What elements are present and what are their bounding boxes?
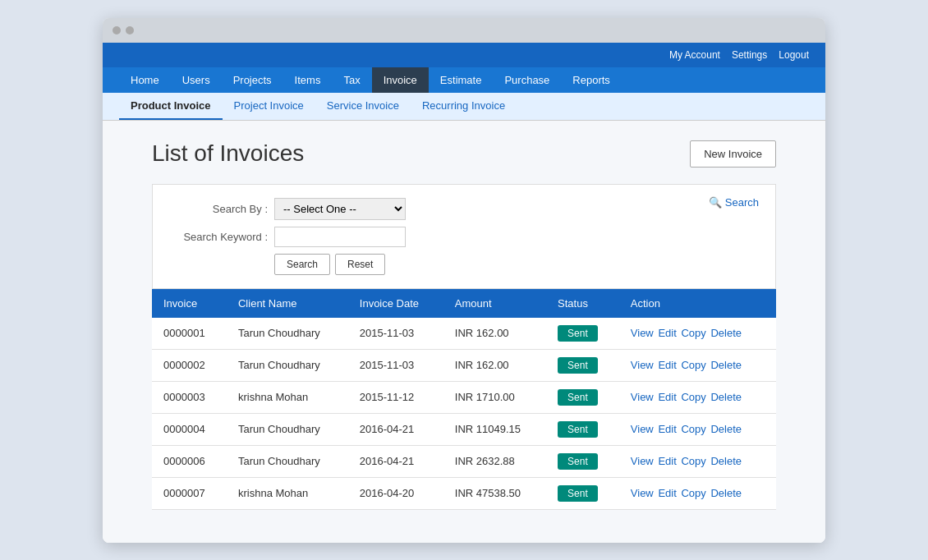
cell-status: Sent: [546, 318, 619, 350]
delete-link[interactable]: Delete: [710, 359, 742, 371]
cell-client-name: Tarun Choudhary: [227, 445, 348, 477]
view-link[interactable]: View: [631, 487, 654, 499]
cell-amount: INR 11049.15: [443, 413, 546, 445]
edit-link[interactable]: Edit: [658, 455, 676, 467]
nav-purchase[interactable]: Purchase: [493, 67, 561, 93]
copy-link[interactable]: Copy: [681, 391, 705, 403]
cell-amount: INR 162.00: [443, 349, 546, 381]
view-link[interactable]: View: [631, 359, 654, 371]
subnav-recurring-invoice[interactable]: Recurring Invoice: [411, 93, 517, 120]
search-by-label: Search By :: [169, 203, 268, 215]
subnav-product-invoice[interactable]: Product Invoice: [119, 93, 223, 120]
table-row: 0000001 Tarun Choudhary 2015-11-03 INR 1…: [152, 318, 776, 350]
copy-link[interactable]: Copy: [681, 327, 705, 339]
table-row: 0000007 krishna Mohan 2016-04-20 INR 475…: [152, 477, 776, 509]
cell-client-name: krishna Mohan: [227, 381, 348, 413]
delete-link[interactable]: Delete: [710, 423, 742, 435]
cell-invoice-date: 2016-04-20: [348, 477, 443, 509]
search-link-label: Search: [725, 196, 759, 209]
delete-link[interactable]: Delete: [710, 327, 742, 339]
search-keyword-input[interactable]: [274, 227, 406, 247]
col-action: Action: [619, 289, 776, 318]
status-badge: Sent: [558, 453, 598, 470]
top-bar: My Account Settings Logout: [103, 43, 825, 67]
delete-link[interactable]: Delete: [710, 487, 742, 499]
cell-invoice-number: 0000004: [152, 413, 227, 445]
nav-estimate[interactable]: Estimate: [429, 67, 494, 93]
table-row: 0000003 krishna Mohan 2015-11-12 INR 171…: [152, 381, 776, 413]
col-amount: Amount: [443, 289, 546, 318]
table-row: 0000006 Tarun Choudhary 2016-04-21 INR 2…: [152, 445, 776, 477]
view-link[interactable]: View: [631, 327, 654, 339]
search-magnifier-icon: 🔍: [709, 196, 722, 209]
edit-link[interactable]: Edit: [658, 423, 676, 435]
browser-dot-1: [113, 26, 121, 34]
search-button[interactable]: Search: [274, 254, 330, 275]
page-title: List of Invoices: [152, 140, 304, 167]
cell-client-name: Tarun Choudhary: [227, 349, 348, 381]
app-container: My Account Settings Logout Home Users Pr…: [103, 43, 825, 543]
status-badge: Sent: [558, 357, 598, 374]
col-client-name: Client Name: [227, 289, 348, 318]
edit-link[interactable]: Edit: [658, 327, 676, 339]
copy-link[interactable]: Copy: [681, 359, 705, 371]
cell-amount: INR 47538.50: [443, 477, 546, 509]
search-buttons: Search Reset: [274, 254, 759, 275]
delete-link[interactable]: Delete: [710, 455, 742, 467]
nav-tax[interactable]: Tax: [332, 67, 371, 93]
subnav-service-invoice[interactable]: Service Invoice: [315, 93, 411, 120]
cell-invoice-number: 0000003: [152, 381, 227, 413]
subnav-project-invoice[interactable]: Project Invoice: [223, 93, 315, 120]
browser-dot-2: [126, 26, 134, 34]
nav-reports[interactable]: Reports: [561, 67, 622, 93]
search-link[interactable]: 🔍 Search: [709, 196, 759, 209]
cell-invoice-date: 2016-04-21: [348, 445, 443, 477]
nav-invoice[interactable]: Invoice: [372, 67, 429, 93]
search-by-row: Search By : -- Select One -- Invoice Num…: [169, 198, 759, 220]
main-content: List of Invoices New Invoice 🔍 Search Se…: [103, 121, 825, 543]
search-keyword-label: Search Keyword :: [169, 231, 268, 243]
invoice-table: Invoice Client Name Invoice Date Amount …: [152, 289, 776, 510]
cell-client-name: Tarun Choudhary: [227, 318, 348, 350]
cell-amount: INR 1710.00: [443, 381, 546, 413]
browser-window: My Account Settings Logout Home Users Pr…: [103, 18, 825, 543]
table-row: 0000004 Tarun Choudhary 2016-04-21 INR 1…: [152, 413, 776, 445]
settings-link[interactable]: Settings: [732, 49, 767, 61]
cell-action: View Edit Copy Delete: [619, 381, 776, 413]
view-link[interactable]: View: [631, 423, 654, 435]
cell-action: View Edit Copy Delete: [619, 445, 776, 477]
copy-link[interactable]: Copy: [681, 423, 705, 435]
cell-action: View Edit Copy Delete: [619, 349, 776, 381]
status-badge: Sent: [558, 421, 598, 438]
delete-link[interactable]: Delete: [710, 391, 742, 403]
view-link[interactable]: View: [631, 391, 654, 403]
search-panel: 🔍 Search Search By : -- Select One -- In…: [152, 184, 776, 289]
cell-client-name: Tarun Choudhary: [227, 413, 348, 445]
view-link[interactable]: View: [631, 455, 654, 467]
cell-invoice-number: 0000007: [152, 477, 227, 509]
cell-status: Sent: [546, 381, 619, 413]
copy-link[interactable]: Copy: [681, 455, 705, 467]
copy-link[interactable]: Copy: [681, 487, 705, 499]
cell-action: View Edit Copy Delete: [619, 413, 776, 445]
cell-invoice-date: 2015-11-12: [348, 381, 443, 413]
edit-link[interactable]: Edit: [658, 391, 676, 403]
nav-home[interactable]: Home: [119, 67, 171, 93]
my-account-link[interactable]: My Account: [669, 49, 720, 61]
edit-link[interactable]: Edit: [658, 359, 676, 371]
cell-status: Sent: [546, 445, 619, 477]
page-header: List of Invoices New Invoice: [152, 140, 776, 168]
nav-bar: Home Users Projects Items Tax Invoice Es…: [103, 67, 825, 93]
search-by-select[interactable]: -- Select One -- Invoice Number Client N…: [274, 198, 406, 220]
new-invoice-button[interactable]: New Invoice: [690, 140, 776, 168]
edit-link[interactable]: Edit: [658, 487, 676, 499]
nav-users[interactable]: Users: [171, 67, 222, 93]
cell-action: View Edit Copy Delete: [619, 477, 776, 509]
table-row: 0000002 Tarun Choudhary 2015-11-03 INR 1…: [152, 349, 776, 381]
reset-button[interactable]: Reset: [335, 254, 385, 275]
nav-items[interactable]: Items: [283, 67, 333, 93]
sub-nav: Product Invoice Project Invoice Service …: [103, 93, 825, 121]
logout-link[interactable]: Logout: [779, 49, 809, 61]
nav-projects[interactable]: Projects: [222, 67, 283, 93]
status-badge: Sent: [558, 389, 598, 406]
